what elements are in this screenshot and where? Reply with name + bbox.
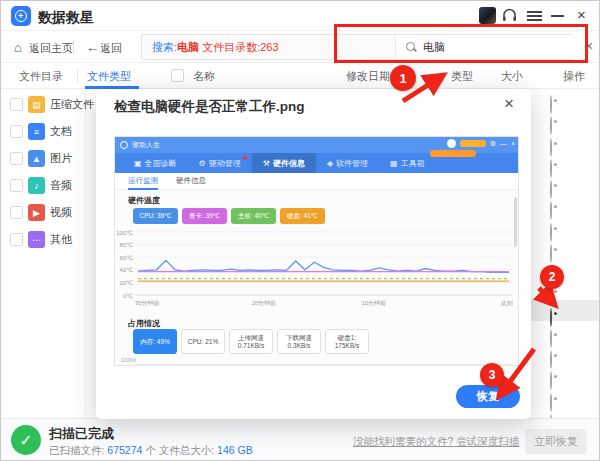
usage-chip: 下载网速0.3KB/s	[277, 329, 321, 354]
preview-user-avatar	[447, 139, 456, 148]
preview-baseline	[135, 364, 512, 365]
scan-complete-check-icon: ✓	[11, 425, 41, 455]
usage-chip-label: 下载网速	[286, 334, 312, 342]
preview-eye-icon[interactable]	[550, 95, 552, 114]
hardware-icon: ⚒	[263, 159, 270, 168]
table-row-action[interactable]	[550, 372, 552, 390]
dialog-close-icon[interactable]: ×	[504, 94, 514, 114]
preview-app-title: 驱动人生	[132, 140, 160, 150]
table-row-action[interactable]	[550, 309, 552, 327]
preview-eye-icon[interactable]	[550, 159, 552, 178]
preview-nav-tab[interactable]: ▣全面诊断	[123, 153, 188, 173]
checkbox[interactable]	[10, 98, 23, 111]
status-count-value: 263	[260, 41, 278, 53]
back-button[interactable]: 返回	[100, 41, 122, 56]
y-axis-label: 60℃	[116, 254, 133, 261]
column-size[interactable]: 大小	[501, 69, 523, 84]
x-axis-label: 20分钟前	[241, 299, 287, 308]
table-row-action[interactable]	[550, 351, 552, 369]
tab-file-type[interactable]: 文件类型	[87, 69, 131, 84]
tab-file-directory[interactable]: 文件目录	[19, 69, 63, 84]
table-row-action[interactable]	[550, 117, 552, 135]
table-row-action[interactable]	[550, 394, 552, 412]
status-search-label: 搜索:	[152, 41, 177, 53]
software-icon: ◈	[327, 159, 333, 168]
preview-sub-tab[interactable]: 硬件信息	[176, 173, 206, 190]
column-action: 操作	[563, 69, 585, 84]
preview-eye-icon[interactable]	[550, 180, 552, 199]
preview-eye-icon[interactable]	[550, 329, 552, 348]
usage-chip: 硬盘1:175KB/s	[325, 329, 369, 354]
preview-eye-icon[interactable]	[550, 350, 552, 369]
minimize-button[interactable]	[551, 15, 564, 17]
sidebar-item-1[interactable]: ▤压缩文件	[10, 96, 94, 113]
preview-eye-icon[interactable]	[550, 116, 552, 135]
preview-nav-tab[interactable]: ⚒硬件信息	[252, 153, 316, 173]
checkbox[interactable]	[10, 152, 23, 165]
preview-nav-tab-label: 全面诊断	[145, 158, 177, 169]
preview-nav-tab[interactable]: ◈软件管理	[316, 153, 379, 173]
preview-temp-section-title: 硬件温度	[128, 195, 160, 206]
preview-app-logo-icon	[120, 141, 128, 149]
file-preview-image: 驱动人生 ⚙ — × ▣全面诊断⚙驱动管理⚒硬件信息◈软件管理▦工具箱 运行监测…	[114, 136, 519, 366]
column-type[interactable]: 类型	[451, 69, 473, 84]
sidebar-item-4[interactable]: ♪音频	[10, 177, 72, 194]
preview-eye-icon[interactable]	[550, 201, 552, 220]
table-row-action[interactable]	[550, 181, 552, 199]
preview-nav-tab[interactable]: ⚙驱动管理	[188, 153, 252, 173]
preview-eye-icon[interactable]	[550, 308, 552, 327]
checkbox[interactable]	[10, 179, 23, 192]
table-row-action[interactable]	[550, 330, 552, 348]
preview-eye-icon[interactable]	[550, 223, 552, 242]
video-icon: ▶	[28, 204, 45, 221]
home-button[interactable]: 返回主页	[29, 41, 73, 56]
preview-eye-icon[interactable]	[550, 371, 552, 390]
total-size-value: 146 GB	[217, 444, 253, 456]
column-date[interactable]: 修改日期	[346, 69, 390, 84]
table-row-action[interactable]	[550, 96, 552, 114]
other-files-icon: ⋯	[28, 231, 45, 248]
headset-support-icon[interactable]	[501, 7, 518, 24]
column-name[interactable]: 名称	[193, 69, 215, 84]
status-search-term: 电脑	[177, 41, 199, 53]
checkbox[interactable]	[10, 233, 23, 246]
usage-chip-value: 175KB/s	[335, 342, 360, 350]
total-size-label: 文件总大小:	[159, 444, 214, 456]
preview-eye-icon[interactable]	[550, 138, 552, 157]
list-header: 文件目录 文件类型 名称 修改日期 类型 大小 操作	[1, 63, 600, 89]
sidebar-item-label: 其他	[50, 232, 72, 247]
sidebar-item-6[interactable]: ⋯其他	[10, 231, 72, 248]
checkbox[interactable]	[10, 206, 23, 219]
recover-now-button[interactable]: 立即恢复	[525, 429, 587, 454]
table-row-action[interactable]	[550, 287, 552, 305]
preview-sub-tab[interactable]: 运行监测	[128, 173, 158, 190]
checkbox[interactable]	[10, 125, 23, 138]
select-all-checkbox[interactable]	[171, 69, 184, 82]
back-arrow-icon[interactable]: ←	[86, 40, 99, 55]
table-row-action[interactable]	[550, 224, 552, 242]
y-axis-label: 80℃	[116, 241, 133, 248]
preview-axis-note: 100%	[121, 357, 136, 363]
status-count-label: 文件目录数:	[202, 41, 260, 53]
sidebar-item-3[interactable]: ▲图片	[10, 150, 72, 167]
sidebar-item-2[interactable]: ≡文档	[10, 123, 72, 140]
preview-eye-icon[interactable]	[550, 393, 552, 412]
table-row-action[interactable]	[550, 245, 552, 263]
sidebar-item-label: 文档	[50, 124, 72, 139]
preview-eye-icon[interactable]	[550, 244, 552, 263]
x-axis-label: 10分钟前	[351, 299, 397, 308]
table-row-action[interactable]	[550, 160, 552, 178]
menu-icon[interactable]	[527, 11, 542, 21]
preview-nav-tab[interactable]: ▦工具箱	[379, 153, 436, 173]
x-axis-label: 此刻	[467, 299, 513, 308]
table-row-action[interactable]	[550, 202, 552, 220]
preview-minimize-icon: —	[500, 140, 507, 147]
deep-scan-link[interactable]: 没能找到需要的文件? 尝试深度扫描	[353, 435, 519, 449]
user-avatar[interactable]	[479, 7, 496, 24]
scanned-count: 675274	[107, 444, 142, 456]
temperature-chart	[135, 230, 512, 298]
table-row-action[interactable]	[550, 139, 552, 157]
sidebar-item-5[interactable]: ▶视频	[10, 204, 72, 221]
close-button[interactable]: ×	[577, 6, 586, 24]
recover-button[interactable]: 恢复	[456, 385, 520, 408]
